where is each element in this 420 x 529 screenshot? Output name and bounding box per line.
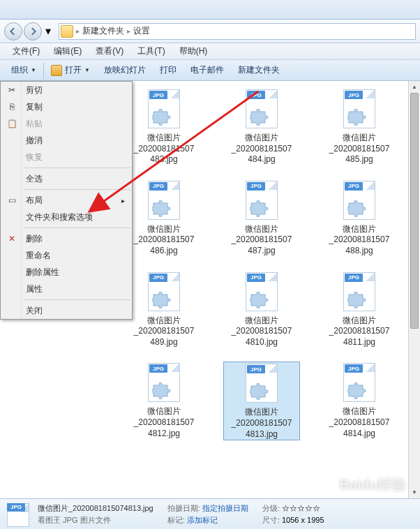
scroll-up-button[interactable]: ▲ (409, 81, 420, 93)
email-button[interactable]: 电子邮件 (183, 62, 231, 79)
file-thumbnail: JPG (147, 88, 181, 130)
window-titlebar (0, 0, 420, 20)
organize-menu: ✂剪切 ⎘复制 📋粘贴 撤消 恢复 全选 ▭布局 文件夹和搜索选项 ✕删除 重命… (0, 81, 133, 320)
menu-cut[interactable]: ✂剪切 (1, 82, 132, 98)
file-item[interactable]: JPG微信图片_202008181507486.jpg (126, 179, 202, 257)
nav-history-dropdown[interactable]: ▾ (43, 22, 53, 40)
menu-copy[interactable]: ⎘复制 (1, 98, 132, 115)
details-dimensions: 1056 x 1995 (282, 516, 324, 524)
file-name: 微信图片_202008181507489.jpg (134, 315, 195, 348)
scroll-down-button[interactable]: ▼ (409, 486, 420, 498)
file-item[interactable]: JPG微信图片_202008181507485.jpg (321, 88, 398, 165)
file-item[interactable]: JPG微信图片_202008181507489.jpg (126, 271, 202, 348)
file-item[interactable]: JPG微信图片_202008181507484.jpg (223, 88, 300, 165)
file-thumbnail: JPG (244, 88, 279, 130)
file-item[interactable]: JPG微信图片_202008181507483.jpg (126, 88, 202, 165)
scroll-thumb[interactable] (410, 93, 419, 329)
menu-folder-options[interactable]: 文件夹和搜索选项 (1, 209, 132, 225)
file-thumbnail: JPG (147, 271, 181, 313)
file-item[interactable]: JPG微信图片_2020081815074810.jpg (223, 271, 300, 348)
menu-select-all[interactable]: 全选 (1, 170, 132, 187)
open-button[interactable]: 打开▼ (44, 62, 97, 79)
copy-icon: ⎘ (6, 101, 17, 112)
toolbar: 组织▼ 打开▼ 放映幻灯片 打印 电子邮件 新建文件夹 (0, 60, 420, 81)
file-name: 微信图片_2020081815074811.jpg (329, 315, 390, 348)
menu-properties[interactable]: 属性 (1, 281, 132, 297)
file-name: 微信图片_2020081815074812.jpg (134, 406, 195, 439)
file-thumbnail: JPG (342, 88, 377, 130)
file-name: 微信图片_202008181507488.jpg (329, 224, 390, 257)
file-name: 微信图片_202008181507485.jpg (329, 133, 390, 165)
file-name: 微信图片_2020081815074810.jpg (232, 315, 292, 348)
menu-undo[interactable]: 撤消 (1, 132, 132, 149)
menu-layout[interactable]: ▭布局 (1, 192, 132, 209)
details-date[interactable]: 指定拍摄日期 (202, 504, 248, 512)
details-pane: JPG 微信图片_2020081815074813.jpg 看图王 JPG 图片… (0, 498, 420, 529)
file-thumbnail: JPG (244, 179, 279, 221)
folder-icon (61, 25, 73, 38)
menu-bar: 文件(F) 编辑(E) 查看(V) 工具(T) 帮助(H) (0, 43, 420, 60)
file-item[interactable]: JPG微信图片_2020081815074811.jpg (321, 271, 398, 348)
forward-button[interactable] (24, 22, 42, 40)
file-thumbnail: JPG (147, 362, 181, 403)
file-name: 微信图片_202008181507486.jpg (134, 224, 195, 257)
print-button[interactable]: 打印 (153, 62, 183, 79)
menu-file[interactable]: 文件(F) (6, 45, 47, 57)
file-name: 微信图片_202008181507483.jpg (134, 133, 195, 165)
paste-icon: 📋 (6, 118, 17, 129)
menu-redo: 恢复 (1, 149, 132, 165)
menu-help[interactable]: 帮助(H) (172, 45, 215, 57)
menu-remove-props[interactable]: 删除属性 (1, 264, 132, 281)
file-name: 微信图片_2020081815074813.jpg (232, 407, 292, 440)
new-folder-button[interactable]: 新建文件夹 (231, 62, 287, 79)
menu-delete[interactable]: ✕删除 (1, 230, 132, 247)
details-filetype: 看图王 JPG 图片文件 (38, 514, 153, 526)
details-filename: 微信图片_2020081815074813.jpg (38, 502, 153, 514)
back-button[interactable] (4, 22, 22, 40)
file-thumbnail: JPG (244, 271, 279, 313)
menu-tools[interactable]: 工具(T) (130, 45, 172, 57)
file-item[interactable]: JPG微信图片_2020081815074812.jpg (126, 362, 202, 440)
breadcrumb-part-2[interactable]: 设置 (130, 25, 153, 37)
file-thumbnail: JPG (342, 362, 377, 403)
file-thumbnail: JPG (147, 179, 181, 221)
menu-edit[interactable]: 编辑(E) (47, 45, 89, 57)
file-thumbnail: JPG (244, 362, 279, 404)
details-tags[interactable]: 添加标记 (187, 516, 218, 524)
nav-bar: ▾ ▸ 新建文件夹 ▸ 设置 (0, 20, 420, 43)
details-rating[interactable]: ☆☆☆☆☆ (282, 504, 320, 512)
breadcrumb-part-1[interactable]: 新建文件夹 (80, 25, 127, 37)
menu-rename[interactable]: 重命名 (1, 247, 132, 264)
file-name: 微信图片_202008181507484.jpg (232, 133, 292, 165)
layout-icon: ▭ (6, 195, 17, 206)
address-bar[interactable]: ▸ 新建文件夹 ▸ 设置 (59, 23, 416, 40)
scissors-icon: ✂ (6, 84, 17, 96)
file-item[interactable]: JPG微信图片_2020081815074813.jpg (223, 362, 300, 440)
file-thumbnail: JPG (342, 271, 377, 313)
slideshow-button[interactable]: 放映幻灯片 (97, 62, 153, 79)
open-icon (51, 65, 62, 76)
menu-view[interactable]: 查看(V) (89, 45, 130, 57)
menu-close[interactable]: 关闭 (1, 302, 132, 319)
file-item[interactable]: JPG微信图片_202008181507487.jpg (223, 179, 300, 257)
vertical-scrollbar[interactable]: ▲ ▼ (408, 81, 420, 498)
file-name: 微信图片_2020081815074814.jpg (329, 406, 390, 439)
file-item[interactable]: JPG微信图片_2020081815074814.jpg (321, 362, 398, 440)
details-thumbnail: JPG (6, 502, 31, 527)
delete-icon: ✕ (6, 233, 17, 244)
file-thumbnail: JPG (342, 179, 377, 221)
file-name: 微信图片_202008181507487.jpg (232, 224, 292, 257)
file-item[interactable]: JPG微信图片_202008181507488.jpg (321, 179, 398, 257)
menu-paste: 📋粘贴 (1, 115, 132, 132)
organize-button[interactable]: 组织▼ (4, 62, 44, 79)
